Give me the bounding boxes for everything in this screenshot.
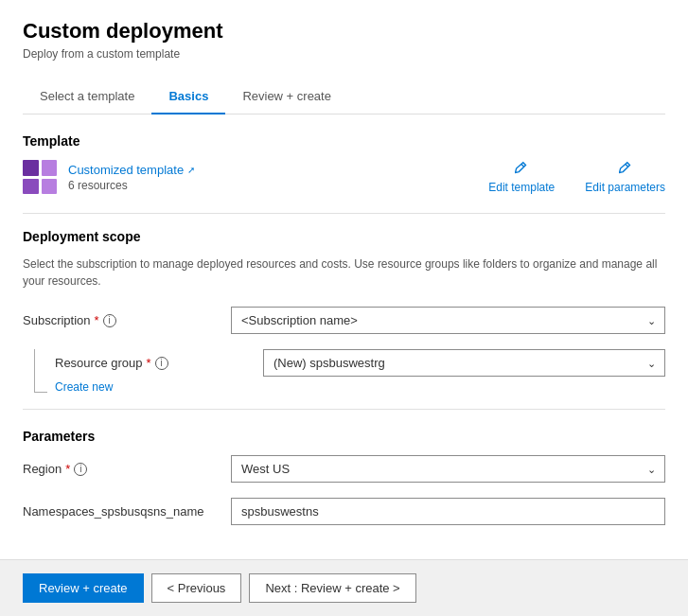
template-actions: Edit template Edit parameters xyxy=(488,160,665,194)
region-label: Region * i xyxy=(23,462,231,476)
resource-group-select[interactable]: (New) spsbuswestrg xyxy=(263,349,665,377)
tab-review-create[interactable]: Review + create xyxy=(225,79,348,114)
subscription-label: Subscription * i xyxy=(23,313,231,327)
resource-group-label: Resource group * i xyxy=(55,356,263,370)
icon-square-1 xyxy=(23,160,39,176)
scope-description: Select the subscription to manage deploy… xyxy=(23,255,665,290)
namespace-control xyxy=(231,498,665,525)
edit-template-icon xyxy=(513,160,530,177)
resource-group-content: Resource group * i (New) spsbuswestrg ⌄ … xyxy=(55,349,665,394)
namespace-row: Namespaces_spsbusqsns_name xyxy=(23,498,665,525)
namespace-input[interactable] xyxy=(231,498,665,525)
external-link-icon: ➚ xyxy=(187,165,195,175)
edit-template-button[interactable]: Edit template xyxy=(488,160,555,194)
resource-group-label-row: Resource group * i (New) spsbuswestrg ⌄ xyxy=(55,349,665,377)
tabs-nav: Select a template Basics Review + create xyxy=(23,79,665,114)
footer: Review + create < Previous Next : Review… xyxy=(0,559,688,616)
parameters-title: Parameters xyxy=(23,429,665,444)
subscription-required: * xyxy=(95,313,99,327)
resource-group-info-icon[interactable]: i xyxy=(155,357,168,370)
template-section-title: Template xyxy=(23,133,665,149)
resource-group-control: (New) spsbuswestrg ⌄ xyxy=(263,349,665,377)
indent-line xyxy=(34,349,47,393)
section-divider xyxy=(23,213,665,214)
icon-square-2 xyxy=(42,160,58,176)
template-info: Customized template ➚ 6 resources xyxy=(23,160,195,194)
edit-parameters-icon xyxy=(617,160,634,177)
subscription-row: Subscription * i <Subscription name> ⌄ xyxy=(23,307,665,334)
tab-basics[interactable]: Basics xyxy=(151,79,225,114)
template-link[interactable]: Customized template ➚ xyxy=(68,163,195,177)
resource-group-row: Resource group * i (New) spsbuswestrg ⌄ … xyxy=(23,349,665,394)
subscription-select[interactable]: <Subscription name> xyxy=(231,307,665,334)
page-subtitle: Deploy from a custom template xyxy=(23,47,665,61)
icon-square-3 xyxy=(23,179,39,195)
subscription-control: <Subscription name> ⌄ xyxy=(231,307,665,334)
create-new-link[interactable]: Create new xyxy=(55,380,665,394)
resource-group-required: * xyxy=(147,356,151,370)
tab-select-template[interactable]: Select a template xyxy=(23,79,151,114)
parameters-section: Parameters Region * i West US ⌄ Namespac… xyxy=(23,429,665,525)
region-control: West US ⌄ xyxy=(231,455,665,483)
deployment-scope-title: Deployment scope xyxy=(23,229,665,244)
template-icon xyxy=(23,160,57,194)
region-required: * xyxy=(65,462,70,476)
review-create-button[interactable]: Review + create xyxy=(23,573,144,603)
icon-square-4 xyxy=(42,179,58,195)
region-row: Region * i West US ⌄ xyxy=(23,455,665,483)
namespace-label: Namespaces_spsbusqsns_name xyxy=(23,504,231,519)
subscription-info-icon[interactable]: i xyxy=(103,314,116,327)
page-title: Custom deployment xyxy=(23,19,665,44)
region-info-icon[interactable]: i xyxy=(74,463,87,476)
template-row: Customized template ➚ 6 resources Edit t… xyxy=(23,160,665,194)
previous-button[interactable]: < Previous xyxy=(151,573,242,603)
region-select[interactable]: West US xyxy=(231,455,665,483)
parameters-divider xyxy=(23,409,665,410)
edit-parameters-button[interactable]: Edit parameters xyxy=(585,160,665,194)
template-text: Customized template ➚ 6 resources xyxy=(68,163,195,192)
next-button[interactable]: Next : Review + create > xyxy=(249,573,415,603)
template-resources: 6 resources xyxy=(68,179,195,192)
